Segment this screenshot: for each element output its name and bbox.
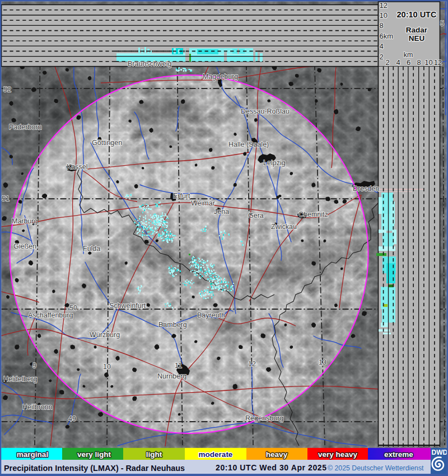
svg-text:10: 10	[380, 11, 388, 20]
svg-text:Halle (Saale): Halle (Saale)	[228, 141, 269, 148]
svg-text:10: 10	[103, 363, 111, 371]
svg-text:4: 4	[380, 42, 384, 50]
svg-text:Kassel: Kassel	[67, 163, 88, 171]
svg-text:km: km	[404, 51, 413, 59]
svg-text:Marburg: Marburg	[12, 217, 38, 225]
svg-text:4: 4	[396, 58, 400, 67]
svg-text:Erfurt: Erfurt	[173, 192, 190, 200]
svg-text:Leipzig: Leipzig	[263, 159, 286, 167]
svg-text:8: 8	[417, 58, 421, 67]
svg-text:6: 6	[407, 58, 410, 67]
svg-text:51: 51	[2, 195, 10, 203]
svg-text:5: 5	[440, 20, 444, 27]
svg-text:NEU: NEU	[409, 34, 425, 43]
svg-text:heavy: heavy	[266, 450, 288, 459]
svg-text:Aschaffenburg: Aschaffenburg	[28, 311, 73, 319]
svg-text:Braunschweig: Braunschweig	[128, 60, 172, 68]
svg-text:Jena: Jena	[214, 208, 229, 216]
svg-text:Fulda: Fulda	[83, 245, 100, 253]
svg-text:12: 12	[434, 58, 442, 67]
svg-text:49: 49	[68, 415, 76, 423]
svg-text:8: 8	[380, 21, 384, 30]
svg-text:Gießen: Gießen	[13, 242, 36, 250]
svg-text:Bamberg: Bamberg	[158, 321, 187, 329]
svg-text:moderate: moderate	[199, 450, 233, 459]
svg-text:Magdeburg: Magdeburg	[203, 73, 238, 81]
svg-text:10: 10	[424, 58, 432, 67]
svg-text:Weimar: Weimar	[191, 199, 215, 207]
svg-text:2: 2	[385, 58, 389, 67]
svg-text:13: 13	[319, 358, 326, 366]
svg-text:Heilbronn: Heilbronn	[22, 403, 53, 411]
svg-text:Precipitation Intensity (LMAX): Precipitation Intensity (LMAX) - Radar N…	[4, 464, 185, 473]
svg-text:extreme: extreme	[384, 450, 413, 459]
svg-text:Chemnitz: Chemnitz	[298, 211, 328, 218]
svg-text:Heidelberg: Heidelberg	[3, 375, 38, 383]
svg-text:Nürnberg: Nürnberg	[157, 372, 186, 380]
svg-text:Würzburg: Würzburg	[90, 331, 120, 339]
svg-text:20:10 UTC: 20:10 UTC	[397, 10, 437, 19]
svg-text:Radar: Radar	[406, 26, 428, 34]
svg-text:© 2025 Deutscher Wetterdienst: © 2025 Deutscher Wetterdienst	[328, 464, 424, 472]
svg-text:9: 9	[32, 362, 36, 370]
svg-text:very light: very light	[77, 450, 111, 459]
svg-text:Göttingen: Göttingen	[92, 139, 122, 147]
svg-text:DWD: DWD	[432, 449, 448, 456]
svg-text:Zwickau: Zwickau	[271, 223, 297, 231]
svg-text:12: 12	[380, 1, 388, 10]
svg-text:Dresden: Dresden	[353, 185, 379, 193]
svg-text:very heavy: very heavy	[318, 450, 357, 459]
svg-text:Bayreuth: Bayreuth	[197, 311, 225, 319]
svg-text:Schweinfurt: Schweinfurt	[109, 302, 146, 310]
svg-text:50: 50	[69, 304, 77, 312]
svg-text:11: 11	[175, 362, 182, 370]
svg-text:Gera: Gera	[248, 212, 264, 220]
svg-text:2: 2	[380, 53, 384, 61]
svg-text:12: 12	[248, 360, 256, 368]
svg-text:6km: 6km	[380, 32, 394, 40]
svg-text:Regensburg: Regensburg	[245, 414, 283, 422]
svg-text:Dessau-Roßlau: Dessau-Roßlau	[241, 108, 290, 115]
svg-text:52: 52	[3, 86, 11, 94]
svg-text:marginal: marginal	[17, 450, 48, 459]
svg-text:20:10 UTC Wed 30 Apr 2025: 20:10 UTC Wed 30 Apr 2025	[216, 463, 327, 472]
svg-text:Paderborn: Paderborn	[9, 123, 41, 131]
svg-text:light: light	[146, 450, 162, 459]
